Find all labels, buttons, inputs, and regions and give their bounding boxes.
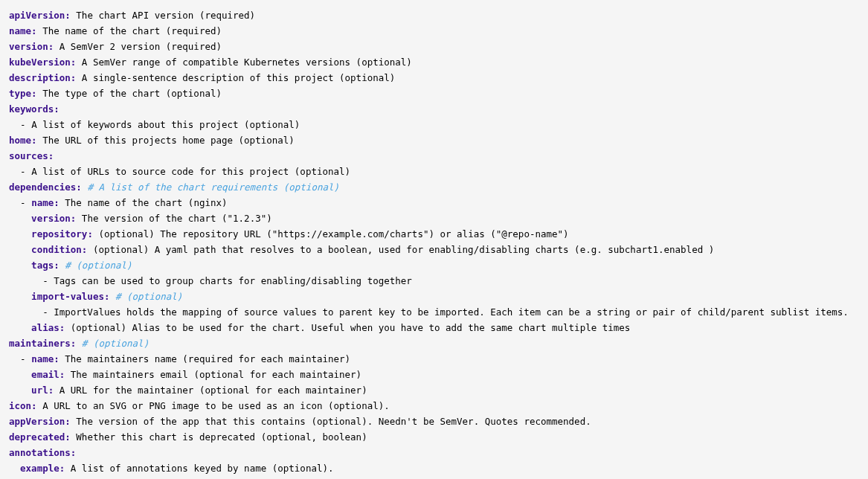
yaml-line: import-values: # (optional)	[9, 289, 859, 304]
list-dash: -	[20, 166, 31, 177]
yaml-line: - name: The maintainers name (required f…	[9, 351, 859, 367]
yaml-value: A URL to an SVG or PNG image to be used …	[42, 400, 390, 411]
yaml-comment: # (optional)	[82, 338, 149, 349]
yaml-value: The maintainers email (optional for each…	[71, 369, 361, 380]
yaml-line: deprecated: Whether this chart is deprec…	[9, 429, 859, 445]
yaml-key: sources	[9, 150, 48, 161]
yaml-line: kubeVersion: A SemVer range of compatibl…	[9, 54, 859, 70]
yaml-key: home	[9, 135, 31, 146]
yaml-key: example	[20, 463, 60, 474]
yaml-comment: # A list of the chart requirements (opti…	[87, 181, 339, 193]
yaml-line: example: A list of annotations keyed by …	[9, 460, 859, 476]
list-dash: -	[20, 197, 31, 208]
yaml-value: Tags can be used to group charts for ena…	[54, 275, 412, 286]
yaml-line: - A list of URLs to source code for this…	[9, 164, 859, 179]
yaml-line: version: The version of the chart ("1.2.…	[9, 210, 859, 226]
yaml-line: name: The name of the chart (required)	[9, 23, 859, 39]
yaml-key: tags	[31, 260, 54, 271]
yaml-line: icon: A URL to an SVG or PNG image to be…	[9, 398, 859, 414]
yaml-line: - Tags can be used to group charts for e…	[9, 273, 859, 289]
yaml-value: The chart API version (required)	[76, 10, 255, 21]
yaml-line: tags: # (optional)	[9, 257, 859, 273]
yaml-key: version	[31, 213, 71, 224]
yaml-schema-block: apiVersion: The chart API version (requi…	[0, 0, 868, 479]
yaml-key: name	[9, 25, 31, 36]
yaml-comment: # (optional)	[65, 260, 132, 271]
yaml-key: deprecated	[9, 431, 65, 443]
yaml-value: A list of keywords about this project (o…	[31, 119, 300, 130]
yaml-value: A SemVer 2 version (required)	[60, 41, 222, 52]
yaml-value: A single-sentence description of this pr…	[82, 72, 395, 83]
yaml-key: type	[9, 88, 31, 99]
yaml-line: repository: (optional) The repository UR…	[9, 226, 859, 242]
yaml-key: maintainers	[9, 338, 71, 349]
yaml-comment: # (optional)	[115, 291, 182, 302]
yaml-key: description	[9, 72, 71, 83]
yaml-line: apiVersion: The chart API version (requi…	[9, 7, 859, 23]
yaml-key: repository	[31, 228, 87, 240]
yaml-line: maintainers: # (optional)	[9, 335, 859, 351]
yaml-key: version	[9, 41, 48, 52]
yaml-value: The version of the chart ("1.2.3")	[82, 213, 272, 224]
yaml-key: kubeVersion	[9, 57, 71, 68]
yaml-key: name	[31, 197, 54, 208]
yaml-line: condition: (optional) A yaml path that r…	[9, 242, 859, 257]
yaml-key: condition	[31, 244, 82, 255]
yaml-line: description: A single-sentence descripti…	[9, 70, 859, 86]
yaml-line: - A list of keywords about this project …	[9, 117, 859, 132]
yaml-key: keywords	[9, 103, 54, 115]
yaml-line: type: The type of the chart (optional)	[9, 86, 859, 101]
yaml-value: ImportValues holds the mapping of source…	[54, 306, 849, 318]
yaml-line: annotations:	[9, 445, 859, 460]
yaml-value: The type of the chart (optional)	[42, 88, 222, 99]
yaml-value: The URL of this projects home page (opti…	[42, 135, 295, 146]
yaml-value: The name of the chart (nginx)	[65, 197, 227, 208]
yaml-value: A list of URLs to source code for this p…	[31, 166, 350, 177]
yaml-value: A URL for the maintainer (optional for e…	[60, 385, 367, 396]
yaml-key: name	[31, 353, 54, 364]
list-dash: -	[42, 275, 54, 286]
yaml-line: email: The maintainers email (optional f…	[9, 367, 859, 382]
yaml-line: - ImportValues holds the mapping of sour…	[9, 304, 859, 320]
yaml-value: The version of the app that this contain…	[76, 416, 591, 427]
yaml-line: dependencies: # A list of the chart requ…	[9, 179, 859, 195]
yaml-value: The name of the chart (required)	[42, 25, 222, 36]
yaml-line: keywords:	[9, 101, 859, 117]
yaml-line: home: The URL of this projects home page…	[9, 132, 859, 148]
yaml-value: (optional) A yaml path that resolves to …	[93, 244, 714, 255]
yaml-value: (optional) The repository URL ("https://…	[98, 228, 568, 240]
yaml-key: dependencies	[9, 181, 76, 193]
yaml-line: - name: The name of the chart (nginx)	[9, 195, 859, 210]
yaml-line: alias: (optional) Alias to be used for t…	[9, 320, 859, 335]
yaml-value: (optional) Alias to be used for the char…	[71, 322, 631, 333]
yaml-key: appVersion	[9, 416, 65, 427]
yaml-key: email	[31, 369, 60, 380]
yaml-value: The maintainers name (required for each …	[65, 353, 350, 364]
list-dash: -	[20, 119, 31, 130]
yaml-line: appVersion: The version of the app that …	[9, 414, 859, 429]
list-dash: -	[42, 306, 54, 318]
yaml-line: version: A SemVer 2 version (required)	[9, 39, 859, 54]
yaml-key: alias	[31, 322, 60, 333]
yaml-value: A list of annotations keyed by name (opt…	[71, 463, 334, 474]
yaml-key: icon	[9, 400, 31, 411]
yaml-key: apiVersion	[9, 10, 65, 21]
yaml-value: Whether this chart is deprecated (option…	[76, 431, 367, 443]
yaml-line: url: A URL for the maintainer (optional …	[9, 382, 859, 398]
list-dash: -	[20, 353, 31, 364]
yaml-value: A SemVer range of compatible Kubernetes …	[82, 57, 412, 68]
yaml-key: import-values	[31, 291, 104, 302]
yaml-line: sources:	[9, 148, 859, 164]
yaml-key: url	[31, 385, 48, 396]
yaml-key: annotations	[9, 447, 71, 458]
